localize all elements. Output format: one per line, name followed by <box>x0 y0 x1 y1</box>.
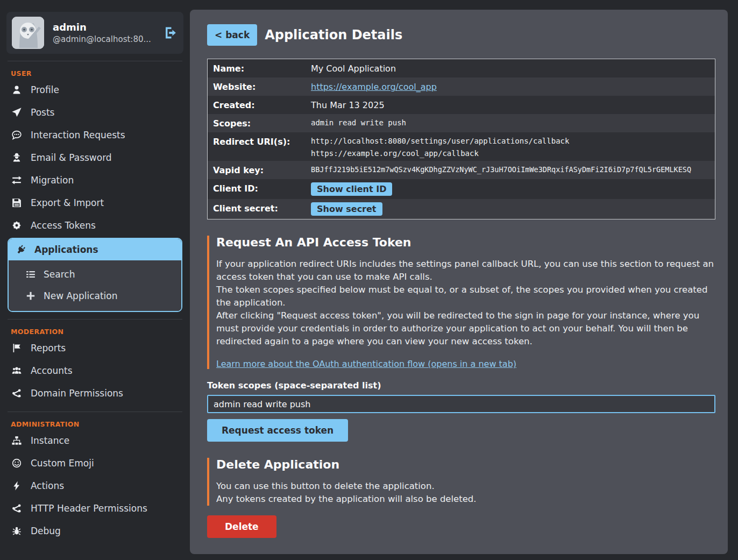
token-scopes-input[interactable] <box>207 395 715 413</box>
bolt-icon <box>12 481 22 491</box>
row-label: Client ID: <box>213 182 311 194</box>
sidebar-item-custom-emoji[interactable]: Custom Emoji <box>6 452 183 474</box>
row-label: Website: <box>213 81 311 92</box>
sidebar-item-profile[interactable]: Profile <box>6 79 183 101</box>
sidebar-item-email-password[interactable]: Email & Password <box>6 146 183 169</box>
page-header: < back Application Details <box>207 24 715 46</box>
sidebar-item-label: Access Tokens <box>31 220 96 231</box>
applications-block: Applications Search New Application <box>8 238 182 312</box>
sidebar-item-reports[interactable]: Reports <box>6 337 183 359</box>
row-label: Name: <box>213 62 311 74</box>
section-label-administration: ADMINISTRATION <box>11 420 183 428</box>
sidebar: admin @admin@localhost:80... USER Profil… <box>0 0 190 560</box>
sidebar-item-label: Actions <box>31 480 64 491</box>
applications-submenu: Search New Application <box>9 260 181 311</box>
redirect-uri: https://example.org/cool_app/callback <box>311 149 569 158</box>
floppy-disk-icon <box>12 198 22 208</box>
exchange-arrows-icon <box>12 175 22 185</box>
sidebar-item-interaction-requests[interactable]: Interaction Requests <box>6 124 183 146</box>
sidebar-item-label: HTTP Header Permissions <box>31 503 147 514</box>
user-secret-icon <box>12 153 22 162</box>
table-row-client-secret: Client secret: Show secret <box>208 199 715 219</box>
sidebar-item-applications[interactable]: Applications <box>9 239 181 260</box>
sidebar-subitem-label: Search <box>44 269 75 280</box>
row-label: Scopes: <box>213 117 311 129</box>
sidebar-subitem-search[interactable]: Search <box>9 264 181 285</box>
sidebar-item-label: Domain Permissions <box>31 388 123 399</box>
sidebar-item-instance[interactable]: Instance <box>6 429 183 452</box>
show-secret-button[interactable]: Show secret <box>311 202 382 216</box>
sidebar-subitem-new-application[interactable]: New Application <box>9 285 181 307</box>
logout-icon[interactable] <box>164 26 177 39</box>
sidebar-item-label: Instance <box>31 435 69 446</box>
share-nodes-icon <box>12 504 22 513</box>
sidebar-nav: USER Profile Posts Interaction Requests … <box>6 69 183 542</box>
sidebar-subitem-label: New Application <box>44 290 117 301</box>
request-token-title: Request An API Access Token <box>216 236 715 249</box>
back-button[interactable]: < back <box>207 24 257 46</box>
main-area: < back Application Details Name: My Cool… <box>190 0 738 560</box>
request-token-paragraph: After clicking "Request access token", y… <box>216 309 715 348</box>
redirect-uri: http://localhost:8080/settings/user/appl… <box>311 137 569 145</box>
sidebar-item-export-import[interactable]: Export & Import <box>6 192 183 214</box>
delete-application-section: Delete Application You can use this butt… <box>207 458 715 506</box>
bug-icon <box>12 526 22 536</box>
sidebar-item-label: Interaction Requests <box>31 130 125 140</box>
user-handle: @admin@localhost:80... <box>53 34 155 44</box>
page-title: Application Details <box>265 27 402 42</box>
sidebar-item-http-header-permissions[interactable]: HTTP Header Permissions <box>6 497 183 520</box>
row-label: Vapid key: <box>213 164 311 175</box>
sidebar-item-label: Email & Password <box>31 152 112 163</box>
section-label-moderation: MODERATION <box>11 328 183 336</box>
user-info: admin @admin@localhost:80... <box>53 22 155 44</box>
sidebar-item-label: Applications <box>34 244 98 255</box>
certificate-icon <box>12 221 22 230</box>
sidebar-item-actions[interactable]: Actions <box>6 474 183 497</box>
vapid-key-value: BBJffJ219b5iE512m7wQSzv4KgKDhgZZVzNyWC_r… <box>311 164 691 174</box>
sidebar-item-debug[interactable]: Debug <box>6 520 183 542</box>
token-scopes-label: Token scopes (space-separated list) <box>207 380 715 391</box>
row-label: Redirect URI(s): <box>213 136 311 147</box>
sidebar-item-domain-permissions[interactable]: Domain Permissions <box>6 382 183 405</box>
sidebar-divider <box>8 319 182 320</box>
table-row-website: Website: https://example.org/cool_app <box>208 77 715 96</box>
sidebar-item-label: Posts <box>31 107 54 118</box>
table-row-client-id: Client ID: Show client ID <box>208 179 715 199</box>
sidebar-item-access-tokens[interactable]: Access Tokens <box>6 214 183 237</box>
application-details-table: Name: My Cool Application Website: https… <box>207 59 715 219</box>
user-display-name: admin <box>53 22 155 33</box>
table-row-vapid-key: Vapid key: BBJffJ219b5iE512m7wQSzv4KgKDh… <box>208 161 715 179</box>
show-client-id-button[interactable]: Show client ID <box>311 182 392 196</box>
delete-info-line: Any tokens created by the application wi… <box>216 493 715 506</box>
row-value: admin read write push <box>311 117 406 127</box>
user-card[interactable]: admin @admin@localhost:80... <box>6 12 183 54</box>
sidebar-item-migration[interactable]: Migration <box>6 169 183 192</box>
row-label: Created: <box>213 99 311 110</box>
delete-info-line: You can use this button to delete the ap… <box>216 480 715 493</box>
sitemap-icon <box>12 436 22 445</box>
table-row-redirect-uris: Redirect URI(s): http://localhost:8080/s… <box>208 132 715 161</box>
row-value: Thu Mar 13 2025 <box>311 99 385 110</box>
list-icon <box>26 270 36 279</box>
sidebar-item-posts[interactable]: Posts <box>6 101 183 124</box>
row-label: Client secret: <box>213 202 311 214</box>
paper-plane-icon <box>12 108 22 117</box>
sidebar-divider <box>8 412 182 412</box>
request-access-token-button[interactable]: Request access token <box>207 419 348 442</box>
website-link[interactable]: https://example.org/cool_app <box>311 82 437 92</box>
sidebar-item-label: Accounts <box>31 365 73 376</box>
request-token-paragraph: If your application redirect URIs includ… <box>216 258 715 283</box>
smile-icon <box>12 458 22 468</box>
application-details-panel: < back Application Details Name: My Cool… <box>190 10 728 554</box>
plug-icon <box>16 245 26 254</box>
user-icon <box>12 85 22 95</box>
sidebar-divider <box>8 61 182 61</box>
sidebar-item-label: Migration <box>31 175 74 186</box>
delete-button[interactable]: Delete <box>207 515 276 538</box>
plus-icon <box>26 291 36 301</box>
oauth-docs-link[interactable]: Learn more about the OAuth authenticatio… <box>216 359 516 369</box>
sidebar-item-label: Reports <box>31 343 66 353</box>
request-token-section: Request An API Access Token If your appl… <box>207 236 715 369</box>
sidebar-item-label: Export & Import <box>31 197 104 208</box>
sidebar-item-accounts[interactable]: Accounts <box>6 359 183 382</box>
